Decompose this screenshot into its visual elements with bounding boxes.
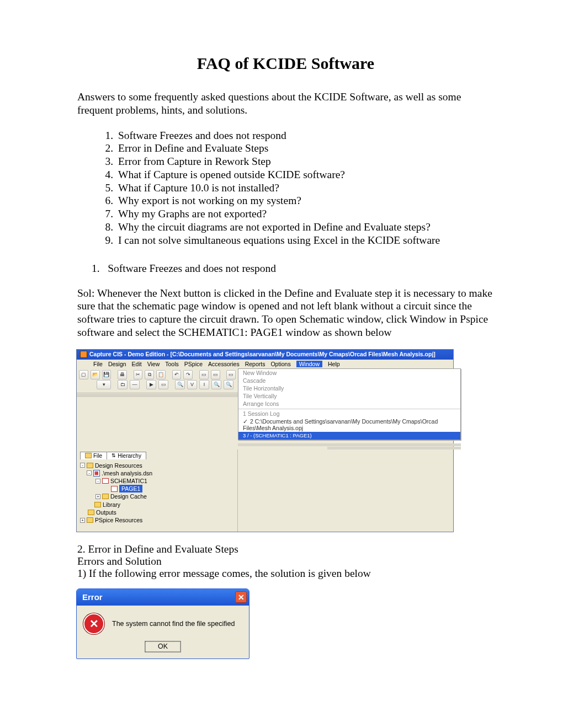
menu-pspice[interactable]: PSpice — [184, 361, 203, 367]
folder-icon — [87, 463, 93, 468]
tb-cut-icon[interactable]: ✂ — [134, 370, 143, 379]
q2-heading: 2. Error in Define and Evaluate Steps — [77, 543, 494, 555]
menu-reports[interactable]: Reports — [245, 361, 265, 367]
collapse-icon[interactable]: - — [80, 463, 85, 468]
q1-solution: Sol: Whenever the Next button is clicked… — [77, 287, 494, 339]
expand-icon[interactable]: + — [95, 494, 100, 499]
error-title-text: Error — [82, 592, 103, 602]
menu-tools[interactable]: Tools — [165, 361, 179, 367]
tree-page-selected[interactable]: PAGE1 — [119, 485, 142, 493]
window-menu-session[interactable]: 1 Session Log — [238, 409, 460, 417]
tree-outputs[interactable]: Outputs — [96, 508, 116, 516]
tab-file-label: File — [93, 453, 102, 459]
tb-misc-icon[interactable]: V — [187, 380, 197, 389]
error-titlebar: Error ✕ — [77, 589, 249, 606]
faq-item: Why my Graphs are not exported? — [116, 207, 494, 221]
folder-icon — [85, 453, 92, 458]
q2-subheading: Errors and Solution — [77, 555, 494, 568]
tree-library[interactable]: Library — [103, 501, 120, 508]
window-menu-cascade[interactable]: Cascade — [238, 377, 460, 384]
folder-icon — [87, 517, 93, 523]
hierarchy-icon: ⇅ — [111, 453, 116, 458]
menu-accessories[interactable]: Accessories — [208, 361, 240, 367]
window-dropdown: New Window Cascade Tile Horizontally Til… — [238, 368, 461, 440]
tb-misc-icon[interactable]: ▭ — [226, 370, 236, 379]
collapse-icon[interactable]: - — [95, 479, 100, 484]
faq-item: Why the circuit diagrams are not exporte… — [116, 221, 494, 234]
window-menu-doc2[interactable]: 2 C:\Documents and Settings\sarvanan\My … — [238, 417, 460, 432]
page-title: FAQ of KCIDE Software — [77, 54, 494, 73]
window-menu-tile-v[interactable]: Tile Vertically — [238, 392, 460, 400]
tab-hierarchy[interactable]: ⇅ Hierarchy — [107, 452, 146, 459]
window-menu-new[interactable]: New Window — [238, 369, 460, 377]
tb-undo-icon[interactable]: ↶ — [172, 370, 182, 379]
faq-item: I can not solve simultaneous equations u… — [116, 234, 494, 247]
intro-paragraph: Answers to some frequently asked questio… — [77, 90, 494, 117]
error-dialog: Error ✕ ✕ The system cannot find the fil… — [76, 588, 249, 659]
menu-design[interactable]: Design — [108, 361, 126, 367]
schematic-folder-icon — [102, 478, 109, 484]
tb-dropdown-icon[interactable]: ▾ — [97, 380, 111, 389]
menu-file[interactable]: File — [93, 361, 103, 367]
folder-icon — [88, 510, 94, 515]
app-icon — [80, 351, 87, 358]
tb-open-icon[interactable]: 📂 — [91, 370, 100, 379]
tb-misc-icon[interactable]: ▭ — [211, 370, 220, 379]
folder-icon — [102, 494, 109, 499]
tb-play-icon[interactable]: ▶ — [146, 380, 156, 389]
tab-hierarchy-label: Hierarchy — [118, 453, 141, 459]
q1-heading: 1. Software Freezes and does not respond — [77, 263, 494, 275]
tb-folder-icon[interactable]: 🗀 — [118, 380, 128, 389]
toolbars: ▢ 📂 💾 🖶 ✂ ⧉ 📋 ↶ ↷ ▭ ▭ — [77, 368, 238, 393]
expand-icon[interactable]: + — [80, 518, 85, 523]
tb-zoom-icon[interactable]: 🔍 — [211, 380, 221, 389]
error-message: The system cannot find the file specifie… — [112, 620, 235, 628]
tree-dsn[interactable]: .\mesh analysis.dsn — [102, 469, 152, 477]
folder-icon — [94, 502, 101, 507]
faq-item: Software Freezes and does not respond — [116, 129, 494, 142]
capture-titlebar: Capture CIS - Demo Edition - [C:\Documen… — [77, 350, 453, 360]
window-menu-doc3[interactable]: 3 / - (SCHEMATIC1 : PAGE1) — [238, 432, 460, 440]
page-icon — [111, 486, 118, 492]
ok-button[interactable]: OK — [145, 641, 180, 652]
tab-file[interactable]: File — [80, 452, 107, 459]
tb-zoom-icon[interactable]: 🔍 — [224, 380, 233, 389]
menu-options[interactable]: Options — [270, 361, 290, 367]
window-menu-arrange[interactable]: Arrange Icons — [238, 400, 460, 408]
tb-misc-icon[interactable]: I — [199, 380, 209, 389]
tb-dash-icon[interactable]: — — [130, 380, 140, 389]
capture-menubar: File Design Edit View Tools PSpice Acces… — [77, 360, 453, 368]
tb-redo-icon[interactable]: ↷ — [183, 370, 193, 379]
project-tree: -Design Resources -▦.\mesh analysis.dsn … — [80, 462, 235, 524]
collapse-icon[interactable]: - — [87, 470, 92, 475]
tb-misc-icon[interactable]: ▭ — [199, 370, 209, 379]
tb-search-icon[interactable]: 🔍 — [175, 380, 185, 389]
capture-window: Capture CIS - Demo Edition - [C:\Documen… — [76, 349, 454, 532]
q1-title: Software Freezes and does not respond — [108, 263, 276, 274]
faq-item: Error in Define and Evaluate Steps — [116, 142, 494, 155]
dsn-icon: ▦ — [93, 470, 100, 477]
faq-list: Software Freezes and does not respond Er… — [77, 129, 494, 247]
capture-title-text: Capture CIS - Demo Edition - [C:\Documen… — [89, 351, 435, 357]
q2-line: 1) If the following error message comes,… — [77, 568, 494, 580]
menu-edit[interactable]: Edit — [132, 361, 142, 367]
tb-misc-icon[interactable]: ▭ — [158, 380, 168, 389]
project-tree-panel: File ⇅ Hierarchy -Design Resources -▦.\m… — [77, 449, 238, 532]
tb-copy-icon[interactable]: ⧉ — [145, 370, 154, 379]
q1-number: 1. — [92, 263, 100, 274]
tree-pspice[interactable]: PSpice Resources — [95, 516, 142, 524]
faq-item: Why export is not working on my system? — [116, 194, 494, 207]
tree-design-resources[interactable]: Design Resources — [95, 462, 142, 469]
tree-schematic[interactable]: SCHEMATIC1 — [110, 477, 147, 485]
window-menu-tile-h[interactable]: Tile Horizontally — [238, 384, 460, 392]
tb-paste-icon[interactable]: 📋 — [156, 370, 166, 379]
menu-view[interactable]: View — [147, 361, 160, 367]
menu-help[interactable]: Help — [328, 361, 340, 367]
tb-new-icon[interactable]: ▢ — [79, 370, 88, 379]
tree-cache[interactable]: Design Cache — [110, 493, 147, 500]
menu-window[interactable]: Window — [296, 361, 322, 367]
error-icon: ✕ — [83, 613, 104, 634]
tb-save-icon[interactable]: 💾 — [102, 370, 111, 379]
close-icon[interactable]: ✕ — [235, 591, 247, 603]
tb-print-icon[interactable]: 🖶 — [118, 370, 127, 379]
